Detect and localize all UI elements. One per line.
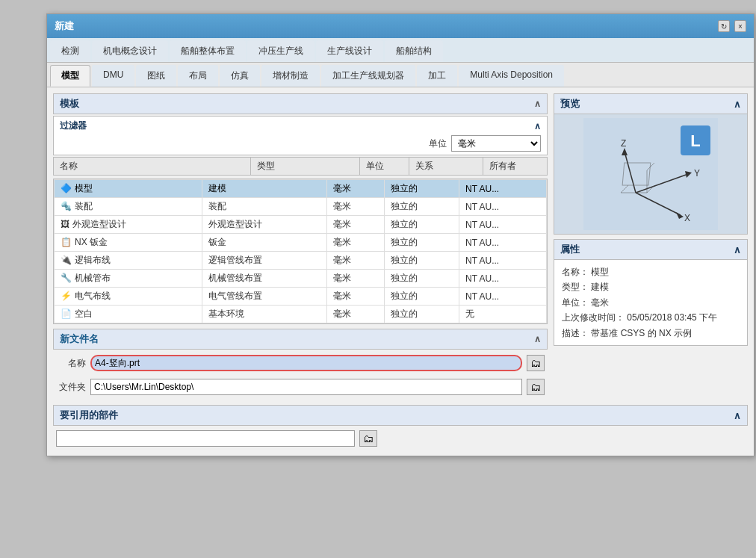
preview-chevron[interactable]: ∧ — [734, 99, 741, 110]
content-area: 模板 ∧ 过滤器 ∧ 单位 毫米英寸厘米 名称 类型 — [47, 87, 754, 405]
dialog-title: 新建 — [55, 19, 74, 33]
preview-title: 预览 — [560, 97, 580, 111]
close-button[interactable]: × — [734, 20, 746, 32]
tab-machining[interactable]: 加工 — [417, 65, 457, 87]
filename-section: 新文件名 ∧ 名称 🗂 文件夹 🗂 — [53, 329, 548, 399]
filename-section-header: 新文件名 ∧ — [53, 329, 548, 350]
preview-header: 预览 ∧ — [554, 94, 747, 114]
name-label: 名称 — [56, 357, 86, 370]
template-table-scroll[interactable]: 🔷模型 建模 毫米 独立的 NT AU... 🔩装配 装配 毫米 独立的 NT … — [53, 179, 548, 324]
cell-owner: NT AU... — [459, 234, 547, 252]
cell-type: 钣金 — [202, 234, 327, 252]
tab-dmu[interactable]: DMU — [92, 65, 134, 87]
prop-name-label: 名称： — [562, 267, 589, 277]
cell-relation: 独立的 — [385, 288, 459, 306]
col-unit: 单位 — [359, 158, 409, 176]
prop-type-label: 类型： — [562, 282, 589, 292]
tab-ship-layout[interactable]: 船舶整体布置 — [170, 40, 246, 62]
col-relation: 关系 — [409, 158, 483, 176]
tab-simulation[interactable]: 仿真 — [220, 65, 260, 87]
title-bar-controls: ↻ × — [718, 20, 746, 32]
props-section: 属性 ∧ 名称： 模型 类型： 建模 单位： 毫米 — [554, 239, 748, 346]
parts-header: 要引用的部件 ∧ — [53, 405, 748, 426]
cell-unit: 毫米 — [327, 216, 385, 234]
folder-row: 文件夹 🗂 — [53, 375, 548, 399]
table-row[interactable]: ⚡电气布线 电气管线布置 毫米 独立的 NT AU... — [55, 288, 547, 306]
upper-tab-row: 检测 机电概念设计 船舶整体布置 冲压生产线 生产线设计 船舶结构 — [47, 38, 754, 63]
cell-type: 外观造型设计 — [202, 216, 327, 234]
cell-owner: NT AU... — [459, 180, 547, 198]
cell-type: 基本环境 — [202, 306, 327, 323]
props-title: 属性 — [560, 243, 580, 256]
cell-owner: NT AU... — [459, 216, 547, 234]
col-name: 名称 — [54, 158, 251, 176]
tab-model[interactable]: 模型 — [50, 65, 90, 87]
right-panel: 预览 ∧ L Z — [554, 93, 748, 399]
table-row[interactable]: 🔌逻辑布线 逻辑管线布置 毫米 独立的 NT AU... — [55, 252, 547, 270]
filename-chevron[interactable]: ∧ — [534, 334, 541, 344]
cell-relation: 独立的 — [385, 306, 459, 323]
unit-select[interactable]: 毫米英寸厘米 — [451, 135, 541, 152]
cell-owner: 无 — [459, 306, 547, 323]
cell-relation: 独立的 — [385, 180, 459, 198]
cell-name: 📋NX 钣金 — [55, 234, 202, 252]
table-row[interactable]: 📋NX 钣金 钣金 毫米 独立的 NT AU... — [55, 234, 547, 252]
template-section-header: 模板 ∧ — [53, 93, 548, 114]
table-row[interactable]: 🖼外观造型设计 外观造型设计 毫米 独立的 NT AU... — [55, 216, 547, 234]
cell-name: 🔌逻辑布线 — [55, 252, 202, 270]
tab-drawing[interactable]: 图纸 — [136, 65, 176, 87]
lower-tab-row: 模型 DMU 图纸 布局 仿真 增材制造 加工生产线规划器 加工 Multi A… — [47, 63, 754, 87]
prop-unit-label: 单位： — [562, 297, 589, 308]
template-table-header: 名称 类型 单位 关系 所有者 — [53, 157, 548, 176]
tab-mechatronics[interactable]: 机电概念设计 — [92, 40, 168, 62]
parts-row: 🗂 — [53, 427, 748, 450]
prop-desc-value: 带基准 CSYS 的 NX 示例 — [591, 328, 692, 338]
cell-type: 机械管线布置 — [202, 270, 327, 288]
tab-additive[interactable]: 增材制造 — [261, 65, 320, 87]
tab-production[interactable]: 生产线设计 — [316, 40, 383, 62]
tab-machining-planner[interactable]: 加工生产线规划器 — [321, 65, 415, 87]
folder-browse-button[interactable]: 🗂 — [527, 379, 545, 395]
prop-name-row: 名称： 模型 — [562, 264, 740, 279]
svg-text:L: L — [690, 131, 700, 150]
filter-row: 单位 毫米英寸厘米 — [60, 135, 541, 152]
table-row[interactable]: 🔷模型 建模 毫米 独立的 NT AU... — [55, 180, 547, 198]
cell-name: ⚡电气布线 — [55, 288, 202, 306]
preview-section: 预览 ∧ L Z — [554, 93, 748, 235]
new-dialog: 新建 ↻ × 检测 机电概念设计 船舶整体布置 冲压生产线 生产线设计 船舶结构… — [46, 13, 755, 456]
cell-name: 🔩装配 — [55, 198, 202, 216]
cell-owner: NT AU... — [459, 288, 547, 306]
parts-input[interactable] — [56, 430, 355, 447]
cell-relation: 独立的 — [385, 216, 459, 234]
folder-input[interactable] — [90, 379, 522, 395]
filter-header: 过滤器 ∧ — [60, 120, 541, 132]
cell-unit: 毫米 — [327, 198, 385, 216]
parts-browse-button[interactable]: 🗂 — [359, 430, 377, 447]
cell-relation: 独立的 — [385, 252, 459, 270]
template-chevron[interactable]: ∧ — [534, 99, 541, 109]
parts-chevron[interactable]: ∧ — [734, 410, 741, 421]
table-row[interactable]: 🔩装配 装配 毫米 独立的 NT AU... — [55, 198, 547, 216]
tab-detection[interactable]: 检测 — [50, 40, 90, 62]
col-owner: 所有者 — [483, 158, 548, 176]
filter-box: 过滤器 ∧ 单位 毫米英寸厘米 — [53, 116, 548, 155]
props-content: 名称： 模型 类型： 建模 单位： 毫米 上次修改时间： 05/05/2018 … — [554, 260, 747, 345]
tab-ship-structure[interactable]: 船舶结构 — [385, 40, 443, 62]
cell-type: 逻辑管线布置 — [202, 252, 327, 270]
table-row[interactable]: 📄空白 基本环境 毫米 独立的 无 — [55, 306, 547, 323]
refresh-button[interactable]: ↻ — [718, 20, 730, 32]
cell-unit: 毫米 — [327, 288, 385, 306]
prop-unit-value: 毫米 — [591, 297, 609, 308]
filter-chevron[interactable]: ∧ — [534, 121, 541, 131]
cell-unit: 毫米 — [327, 234, 385, 252]
table-row[interactable]: 🔧机械管布 机械管线布置 毫米 独立的 NT AU... — [55, 270, 547, 288]
prop-desc-row: 描述： 带基准 CSYS 的 NX 示例 — [562, 326, 740, 341]
props-chevron[interactable]: ∧ — [734, 244, 741, 255]
cell-owner: NT AU... — [459, 198, 547, 216]
tab-press-line[interactable]: 冲压生产线 — [247, 40, 315, 62]
prop-type-row: 类型： 建模 — [562, 279, 740, 294]
tab-layout[interactable]: 布局 — [178, 65, 218, 87]
name-input[interactable] — [90, 355, 522, 371]
name-browse-button[interactable]: 🗂 — [527, 355, 545, 371]
tab-multi-axis[interactable]: Multi Axis Deposition — [459, 65, 564, 87]
